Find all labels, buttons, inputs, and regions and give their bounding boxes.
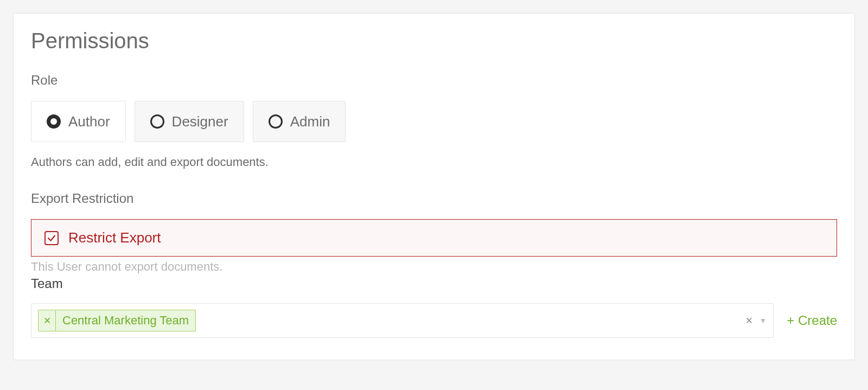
role-option-designer[interactable]: Designer <box>135 101 244 142</box>
clear-selection-icon[interactable]: × <box>746 314 753 328</box>
role-option-admin[interactable]: Admin <box>253 101 346 142</box>
role-option-label: Admin <box>290 113 330 130</box>
restrict-export-description: This User cannot export documents. <box>31 260 837 274</box>
role-description: Authors can add, edit and export documen… <box>31 155 837 169</box>
restrict-export-box: Restrict Export <box>31 219 837 257</box>
permissions-card: Permissions Role Author Designer Admin A… <box>13 13 855 360</box>
radio-icon <box>150 114 164 129</box>
select-controls: × ▼ <box>746 314 767 328</box>
create-team-button[interactable]: + Create <box>787 313 837 328</box>
restrict-export-label: Restrict Export <box>68 229 161 246</box>
role-option-author[interactable]: Author <box>31 101 126 142</box>
check-icon <box>47 233 56 243</box>
export-restriction-label: Export Restriction <box>31 191 837 206</box>
team-row: ✕ Central Marketing Team × ▼ + Create <box>31 303 837 338</box>
team-chips: ✕ Central Marketing Team <box>38 310 196 331</box>
radio-selected-icon <box>47 114 61 129</box>
radio-icon <box>269 114 283 129</box>
chip-remove-icon[interactable]: ✕ <box>39 310 56 331</box>
role-option-label: Designer <box>172 113 228 130</box>
role-section-label: Role <box>31 73 837 88</box>
role-option-label: Author <box>68 113 110 130</box>
team-chip-label: Central Marketing Team <box>56 310 195 331</box>
team-section-label: Team <box>31 276 837 291</box>
page-title: Permissions <box>31 29 837 53</box>
team-select[interactable]: ✕ Central Marketing Team × ▼ <box>31 303 774 338</box>
restrict-export-checkbox[interactable] <box>44 231 59 245</box>
chevron-down-icon[interactable]: ▼ <box>759 316 767 325</box>
team-chip: ✕ Central Marketing Team <box>38 310 196 331</box>
role-options: Author Designer Admin <box>31 101 837 142</box>
